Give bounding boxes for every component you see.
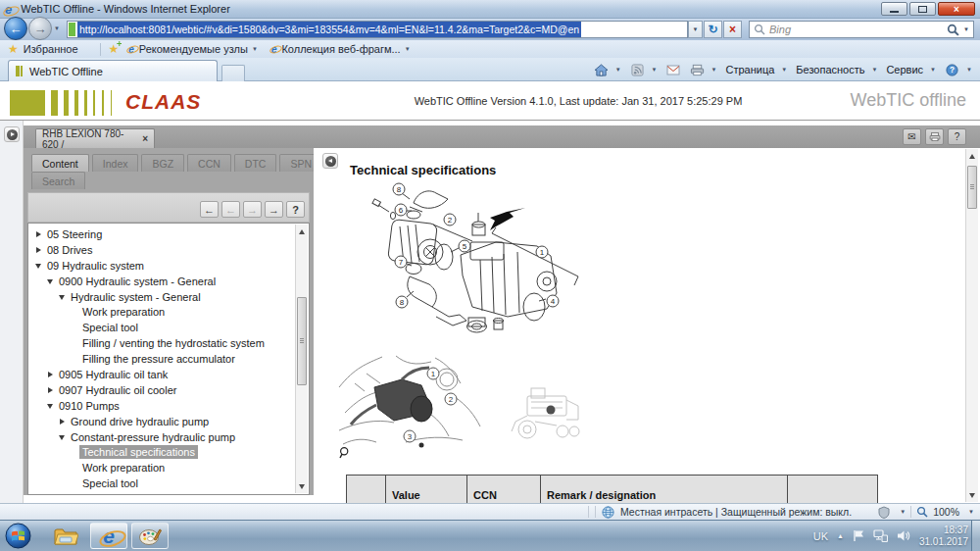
tree-item[interactable]: Constant-pressure hydraulic pump [68, 430, 238, 444]
chevron-down-icon[interactable]: ▼ [968, 509, 974, 515]
history-dropdown[interactable]: ▼ [54, 25, 60, 31]
search-input[interactable]: Bing ▼ [749, 21, 974, 38]
expand-icon[interactable] [34, 229, 44, 239]
collapse-icon[interactable] [46, 276, 56, 286]
browser-tab[interactable]: WebTIC Offline [8, 60, 218, 81]
stop-button[interactable]: × [723, 21, 742, 38]
favorites-star-icon[interactable]: ★ [8, 42, 19, 56]
tree-item[interactable]: Special tool [79, 476, 141, 490]
search-go-icon[interactable] [947, 24, 959, 36]
action-center-icon[interactable] [853, 529, 864, 542]
start-button[interactable] [5, 523, 31, 549]
tab-ccn[interactable]: CCN [187, 154, 231, 172]
content-scrollbar[interactable] [965, 149, 978, 502]
collapse-icon[interactable] [46, 401, 56, 411]
tree-item[interactable]: Removal [79, 492, 127, 495]
favorites-button[interactable]: Избранное [24, 43, 78, 55]
email-button[interactable]: ✉ [903, 128, 921, 145]
read-mail-button[interactable] [666, 64, 681, 76]
tree-item[interactable]: 0905 Hydraulic oil tank [56, 368, 171, 381]
forward-button[interactable]: → [28, 17, 52, 40]
tree-item[interactable]: 08 Drives [44, 243, 95, 257]
network-icon[interactable] [873, 529, 888, 542]
tree-item[interactable]: 0907 Hydraulic oil cooler [56, 383, 179, 397]
print-button[interactable]: ▼ [690, 64, 717, 76]
tab-search[interactable]: Search [31, 172, 85, 189]
chevron-down-icon[interactable]: ▼ [900, 509, 906, 515]
close-button[interactable]: × [938, 2, 975, 16]
scroll-down-icon[interactable] [296, 480, 308, 492]
url-text[interactable]: http://localhost:8081/webtic/#v&di=1580&… [77, 22, 581, 37]
back-button[interactable]: ← [4, 17, 27, 40]
next-topic-button[interactable]: → [243, 201, 262, 218]
hidden-icons-button[interactable]: ▲ [837, 532, 844, 539]
new-tab-button[interactable] [221, 65, 245, 81]
home-button[interactable]: ▼ [594, 64, 621, 76]
expand-icon[interactable] [58, 417, 68, 426]
title-bar[interactable]: e WebTIC Offline - Windows Internet Expl… [0, 0, 980, 19]
minimize-button[interactable] [881, 2, 907, 16]
scroll-thumb[interactable] [297, 297, 307, 385]
address-bar[interactable]: http://localhost:8081/webtic/#v&di=1580&… [67, 21, 688, 38]
tree-item-selected[interactable]: Technical specifications [79, 445, 198, 459]
tree-help-button[interactable]: ? [286, 201, 305, 218]
volume-icon[interactable] [897, 529, 910, 542]
tab-index[interactable]: Index [92, 154, 139, 172]
scroll-thumb[interactable] [967, 166, 977, 209]
tree-item[interactable]: Filling / venting the hydrostatic system [79, 336, 268, 350]
help-menu[interactable]: ? ▼ [945, 64, 972, 76]
expand-icon[interactable] [46, 385, 56, 395]
taskbar-clock[interactable]: 18:37 31.01.2017 [919, 525, 968, 548]
web-slices-button[interactable]: e Коллекция веб-фрагм... ▼ [271, 43, 411, 56]
tab-content[interactable]: Content [31, 154, 89, 172]
collapse-panel-button[interactable] [322, 153, 338, 169]
collapse-icon[interactable] [58, 292, 68, 302]
tools-menu[interactable]: Сервис▼ [886, 64, 936, 75]
tree-item[interactable]: Ground drive hydraulic pump [68, 415, 212, 428]
tree-item[interactable]: Hydraulic system - General [68, 290, 204, 304]
help-button[interactable]: ? [948, 128, 966, 145]
collapse-icon[interactable] [58, 432, 68, 442]
suggested-sites-button[interactable]: e Рекомендуемые узлы ▼ [128, 43, 258, 56]
tree-item[interactable]: Work preparation [79, 461, 168, 475]
tab-bgz[interactable]: BGZ [141, 154, 184, 172]
close-document-icon[interactable]: × [142, 133, 148, 144]
zoom-image-icon[interactable] [339, 446, 352, 459]
history-forward-button[interactable]: → [265, 201, 283, 218]
scroll-up-icon[interactable] [296, 225, 308, 237]
page-menu[interactable]: Страница▼ [725, 64, 787, 75]
document-tab[interactable]: RHB LEXION 780-620 / × [35, 128, 155, 148]
feeds-button[interactable]: ▼ [630, 64, 658, 76]
tree-scrollbar[interactable] [295, 225, 308, 493]
add-favorite-icon[interactable]: ★ [109, 42, 120, 56]
prev-topic-button[interactable]: ← [221, 201, 240, 218]
internet-explorer-taskbar-button[interactable]: e [90, 523, 127, 549]
tree-item[interactable]: Special tool [79, 321, 141, 334]
safety-menu[interactable]: Безопасность▼ [796, 64, 877, 75]
language-indicator[interactable]: UK [813, 530, 828, 542]
zoom-level[interactable]: 100% [933, 506, 959, 518]
chevron-down-icon: ▼ [615, 67, 621, 73]
show-desktop-button[interactable] [971, 521, 980, 551]
address-dropdown-button[interactable]: ▼ [688, 21, 703, 38]
tab-dtc[interactable]: DTC [234, 154, 277, 172]
collapse-icon[interactable] [34, 261, 44, 271]
history-back-button[interactable]: ← [200, 201, 219, 218]
explorer-taskbar-button[interactable] [47, 523, 84, 549]
tree-item[interactable]: 05 Steering [44, 227, 105, 241]
expand-icon[interactable] [46, 370, 56, 379]
paint-taskbar-button[interactable] [131, 523, 169, 549]
expand-panel-button[interactable] [4, 126, 20, 142]
print-page-button[interactable] [925, 128, 944, 145]
tree-item[interactable]: Filling the pressure accumulator [79, 352, 238, 366]
scroll-down-icon[interactable] [966, 489, 978, 501]
refresh-button[interactable]: ↻ [704, 21, 722, 38]
tree-item[interactable]: 0910 Pumps [56, 399, 122, 413]
tree-item[interactable]: 0900 Hydraulic system - General [56, 275, 219, 288]
tree-item[interactable]: 09 Hydraulic system [44, 259, 147, 273]
tree-item[interactable]: Work preparation [79, 305, 168, 319]
expand-icon[interactable] [34, 245, 44, 255]
scroll-up-icon[interactable] [966, 150, 978, 162]
maximize-button[interactable] [909, 2, 936, 16]
search-dropdown[interactable]: ▼ [963, 26, 969, 32]
